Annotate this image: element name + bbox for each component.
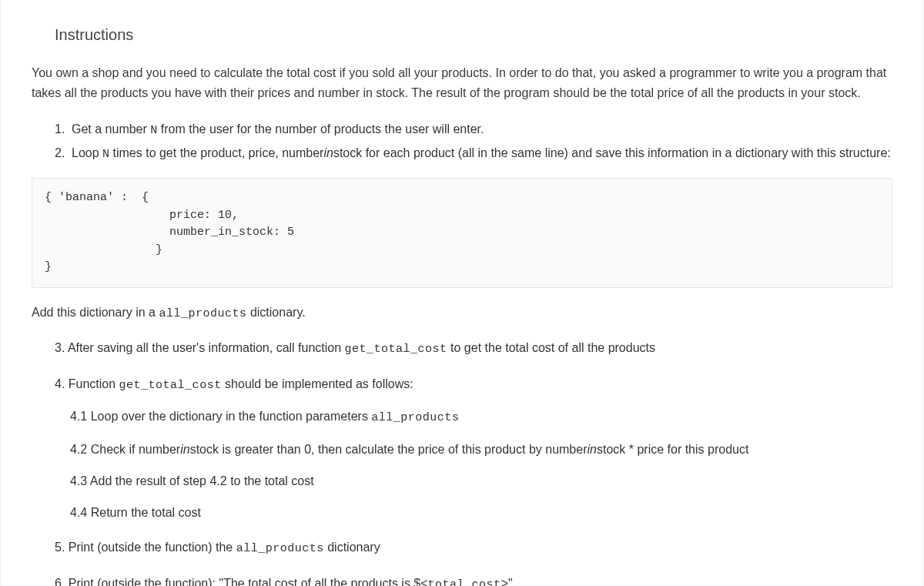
step-4-4-number: 4.4 [70,506,87,519]
step-4-1: 4.1 Loop over the dictionary in the func… [32,406,892,428]
code-all-products: all_products [159,307,246,320]
step-5: 5. Print (outside the function) the all_… [32,537,892,559]
step-3: 3. After saving all the user's informati… [32,337,892,360]
code-get-total-cost: get_total_cost [119,379,222,392]
step-4-3: 4.3 Add the result of step 4.2 to the to… [32,470,892,491]
code-all-products: all_products [371,411,459,424]
step-3-number: 3. [55,341,65,354]
step-4: 4. Function get_total_cost should be imp… [32,373,892,396]
step-2-number: 2. [55,143,72,164]
code-N: N [150,124,157,137]
code-N: N [102,148,109,161]
step-4-number: 4. [55,377,65,390]
code-get-total-cost: get_total_cost [345,343,447,356]
after-code-paragraph: Add this dictionary in a all_products di… [32,302,892,324]
step-2-text: Loop N times to get the product, price, … [72,143,891,164]
code-all-products: all_products [236,542,324,555]
code-total-cost: total_cost [428,578,501,586]
step-6-number: 6. [55,577,65,586]
step-4-2: 4.2 Check if numberinstock is greater th… [32,439,892,460]
code-block-dictionary: { 'banana' : { price: 10, number_in_stoc… [32,178,892,288]
intro-paragraph: You own a shop and you need to calculate… [32,63,892,102]
step-1-text: Get a number N from the user for the num… [72,119,484,140]
step-4-4: 4.4 Return the total cost [32,502,892,523]
step-1-number: 1. [55,119,72,140]
step-4-3-number: 4.3 [70,474,87,487]
step-1: 1. Get a number N from the user for the … [32,119,892,140]
step-4-1-number: 4.1 [70,410,87,423]
step-6: 6. Print (outside the function): "The to… [32,573,892,586]
step-5-number: 5. [55,541,65,554]
instructions-document: Instructions You own a shop and you need… [0,0,924,586]
instructions-heading: Instructions [32,23,892,46]
step-4-2-number: 4.2 [70,443,87,456]
step-2: 2. Loop N times to get the product, pric… [32,143,892,164]
